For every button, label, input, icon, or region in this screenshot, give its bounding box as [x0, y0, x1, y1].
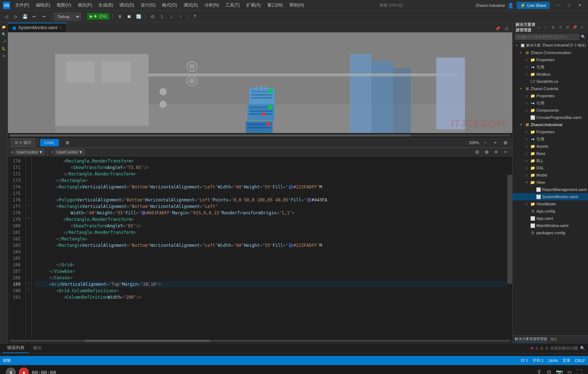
ind-model[interactable]: ▷ 📁 Model [513, 172, 588, 179]
ind-pkgconfig[interactable]: ▷ ⚙ packages.config [513, 229, 588, 236]
ind-sysmonitor[interactable]: ▷ ⬜ SystemMonitor.xaml [513, 193, 588, 200]
project-industrial[interactable]: ▾ ⊞ Zhaoxi.Industrial [513, 121, 588, 128]
project-communication[interactable]: ▾ ⊞ Zhaoxi.Communication [513, 49, 588, 56]
close-button[interactable]: ✕ [574, 2, 585, 9]
tab-pin[interactable]: 📌 [494, 25, 501, 32]
ind-base[interactable]: ▷ 📁 Base [513, 150, 588, 157]
ind-bll[interactable]: ▷ 📁 BLL [513, 157, 588, 164]
sidebar-search-icon[interactable]: 🔍 [581, 35, 586, 39]
debug-config-select[interactable]: Debug Release [54, 13, 81, 21]
maximize-button[interactable]: □ [563, 2, 574, 9]
toolbar-fwd[interactable]: ▷ [12, 13, 19, 21]
sidebar-pin-btn[interactable]: 📌 [571, 24, 578, 31]
menu-format[interactable]: 格式(O) [159, 1, 180, 10]
ind-ref[interactable]: ▷ •● 引用 [513, 135, 588, 143]
menu-analyze[interactable]: 分析(N) [202, 1, 222, 10]
menu-project[interactable]: 项目(P) [75, 1, 95, 10]
selector-split[interactable]: ⊟ [473, 148, 481, 156]
comm-properties[interactable]: ▷ 📁 Properties [513, 56, 588, 63]
properties-tab[interactable]: 属性 [550, 337, 557, 342]
ind-properties[interactable]: ▷ 📁 Properties [513, 128, 588, 135]
solution-explorer-tab[interactable]: 解决方案资源管理器 [515, 337, 547, 342]
fold-177[interactable]: − [26, 202, 31, 208]
sidebar-search-input[interactable] [515, 34, 579, 40]
zoom-minus[interactable]: − [481, 139, 489, 147]
toolbar-help[interactable]: ? [191, 13, 199, 21]
member-selector[interactable]: UserControl ▼ [55, 149, 85, 155]
comm-modbus[interactable]: ▷ 📁 Modbus [513, 71, 588, 78]
live-share-button[interactable]: ⚡ Live Share [517, 2, 550, 9]
pause-button[interactable]: ⏸ [6, 368, 16, 374]
menu-debug[interactable]: 调试(D) [117, 1, 137, 10]
toolbar-stop[interactable]: ⏹ [125, 13, 133, 21]
ctrl-properties[interactable]: ▷ 📁 Properties [513, 92, 588, 99]
rec-fullscreen-icon[interactable]: ⛶ [576, 369, 582, 374]
ind-view[interactable]: ▾ 📂 View [513, 179, 588, 186]
tab-close-button[interactable]: × [60, 26, 62, 30]
sidebar-refresh-btn[interactable]: ↺ [557, 24, 563, 31]
comm-ref[interactable]: ▷ •● 引用 [513, 63, 588, 71]
code-content[interactable]: <Rectangle.RenderTransform> <SkewTransfo… [32, 156, 507, 339]
ind-dal[interactable]: ▷ 📁 DAL [513, 164, 588, 172]
ind-viewmodel[interactable]: ▷ 📁 ViewModel [513, 200, 588, 208]
debug-gutter-icon[interactable]: 🐛 [1, 45, 7, 52]
tab-split[interactable]: ⊟ [503, 25, 510, 32]
tab-systemmonitor[interactable]: ⬤ SystemMonitor.xaml × [8, 23, 66, 32]
ctrl-ref[interactable]: ▷ •● 引用 [513, 99, 588, 107]
ind-mainwindow[interactable]: ▷ ⬜ MainWindow.xaml [513, 222, 588, 229]
sidebar-home-btn[interactable]: ⌂ [543, 24, 549, 31]
toolbar-breakpoint[interactable]: ⊙ [149, 13, 157, 21]
ind-assets[interactable]: ▷ 📁 Assets [513, 143, 588, 150]
comm-serialinfo[interactable]: ▷ C# SerialInfo.cs [513, 78, 588, 85]
zoom-plus[interactable]: + [491, 139, 499, 147]
fold-189[interactable]: − [26, 280, 31, 286]
status-position[interactable]: 行:1 [521, 358, 528, 363]
menu-extensions[interactable]: 扩展(X) [243, 1, 264, 10]
toolbar-step-over[interactable]: ⤵ [158, 13, 166, 21]
toolbar-step-in[interactable]: ↓ [167, 13, 175, 21]
fold-179[interactable]: − [26, 215, 31, 221]
sidebar-filter-btn[interactable]: ⊞ [550, 24, 556, 31]
ind-appconfig[interactable]: ▷ ⚙ App.config [513, 208, 588, 215]
errors-tab[interactable]: 错误列表 [3, 343, 29, 353]
sidebar-settings-btn[interactable]: ⚙ [564, 24, 571, 31]
ind-appxaml[interactable]: ▷ ⬜ App.xaml [513, 215, 588, 222]
toolbar-redo[interactable]: ↪ [40, 13, 48, 21]
code-hscroll[interactable] [8, 339, 512, 343]
usercontrol-selector[interactable]: UserControl ▼ [15, 149, 45, 155]
menu-test[interactable]: 测试(S) [181, 1, 201, 10]
toolbar-step-out[interactable]: ↑ [177, 13, 185, 21]
rec-microphone-icon[interactable]: 🎙 [536, 369, 542, 374]
menu-view[interactable]: 视图(V) [54, 1, 74, 10]
status-encoding[interactable]: 宝库 [562, 358, 570, 363]
git-icon[interactable]: ⎇ [1, 38, 7, 45]
extensions-icon[interactable]: ⊞ [1, 53, 7, 59]
menu-file[interactable]: 文件(F) [12, 1, 32, 10]
menu-window[interactable]: 窗口(W) [264, 1, 286, 10]
menu-edit[interactable]: 编辑(E) [33, 1, 53, 10]
menu-tools[interactable]: 工具(T) [223, 1, 242, 10]
preview-hscroll[interactable] [8, 133, 512, 138]
explorer-icon[interactable]: 📁 [1, 24, 7, 30]
ctrl-circprogress[interactable]: ▷ ⬜ CircularProgressBar.xaml [513, 114, 588, 121]
toolbar-save[interactable]: 💾 [21, 13, 29, 21]
stop-button[interactable]: ■ [19, 368, 29, 374]
fit-icon[interactable]: ⊞ [501, 139, 509, 147]
minimize-button[interactable]: ─ [553, 2, 563, 9]
toolbar-undo[interactable]: ↩ [30, 13, 38, 21]
rec-settings-icon[interactable]: ⚙ [547, 369, 552, 374]
selector-add[interactable]: + [501, 148, 509, 156]
output-tab[interactable]: 输出 [29, 343, 46, 353]
preview-toggle[interactable]: ⊞ [63, 139, 71, 147]
status-lineending[interactable]: CRLF [575, 359, 585, 363]
design-button[interactable]: ⊙ ⊙ 设计 [11, 138, 35, 147]
menu-build[interactable]: 生成(B) [96, 1, 116, 10]
selector-close[interactable]: ✕ [492, 148, 500, 156]
sidebar-back-btn[interactable]: ◁ [535, 24, 542, 31]
status-ready[interactable]: 就绪 [3, 358, 11, 363]
search-gutter-icon[interactable]: 🔍 [1, 31, 7, 37]
selector-expand[interactable]: ⊞ [483, 148, 491, 156]
toolbar-restart[interactable]: 🔄 [135, 13, 142, 21]
rec-camera-icon[interactable]: 📷 [556, 369, 563, 374]
project-controls[interactable]: ▾ ⊞ Zhaoxi.Controls [513, 85, 588, 92]
